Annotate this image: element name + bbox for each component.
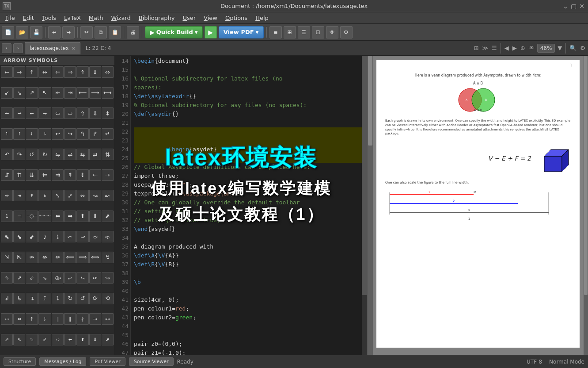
sym-btn[interactable]: ⬀ bbox=[1, 334, 13, 345]
toolbar-icon[interactable]: ⚙ bbox=[579, 44, 586, 52]
tb-extra3[interactable]: ☰ bbox=[298, 26, 310, 38]
sym-btn[interactable]: ↕ bbox=[102, 107, 114, 119]
minimize-btn[interactable]: ⌄ bbox=[563, 3, 568, 10]
tb-extra6[interactable]: ⚙ bbox=[340, 26, 353, 38]
tab-messages[interactable]: Messages / Log bbox=[39, 357, 86, 366]
sym-btn[interactable]: ⬆ bbox=[76, 211, 88, 222]
sym-btn[interactable]: ⊸ bbox=[89, 313, 101, 325]
sym-btn[interactable]: ↯ bbox=[102, 252, 114, 263]
sym-btn[interactable]: ⇏ bbox=[26, 252, 38, 263]
cut-button[interactable]: ✂ bbox=[80, 26, 93, 38]
tb-extra5[interactable]: 👁 bbox=[326, 26, 338, 38]
sym-btn[interactable]: ⇟ bbox=[76, 169, 88, 181]
sym-btn[interactable]: ↟ bbox=[26, 190, 38, 201]
sym-btn[interactable]: ↿ bbox=[1, 128, 13, 140]
sym-btn[interactable]: ⇇ bbox=[38, 169, 52, 181]
sym-btn[interactable]: ⟹ bbox=[76, 252, 88, 263]
sym-btn[interactable]: ⤾ bbox=[64, 272, 76, 284]
sym-btn[interactable]: ⬄ bbox=[52, 334, 64, 345]
undo-button[interactable]: ↩ bbox=[48, 26, 61, 38]
menu-user[interactable]: User bbox=[179, 14, 199, 22]
sym-btn[interactable]: ➡ bbox=[64, 211, 76, 222]
sym-btn[interactable]: ⟳ bbox=[89, 293, 101, 304]
sym-btn[interactable]: ⬅ bbox=[52, 211, 64, 222]
sym-btn[interactable]: ⟲ bbox=[102, 293, 114, 304]
sym-btn[interactable]: ⤻ bbox=[76, 231, 88, 242]
zoom-level[interactable]: 46% bbox=[537, 44, 555, 53]
sym-btn[interactable]: ↶ bbox=[1, 149, 13, 160]
sym-btn[interactable]: ⤴ bbox=[38, 293, 52, 304]
sym-btn[interactable]: ⬃ bbox=[38, 334, 52, 345]
sym-btn[interactable]: ⟴ bbox=[52, 272, 64, 284]
view-icon2[interactable]: ≫ bbox=[482, 44, 489, 52]
sym-btn[interactable]: ~~~ bbox=[38, 211, 52, 222]
sym-btn[interactable]: ⇥ bbox=[64, 87, 76, 99]
menu-math[interactable]: Math bbox=[85, 14, 107, 22]
sym-btn[interactable]: ⇤ bbox=[52, 87, 64, 99]
menu-view[interactable]: View bbox=[200, 14, 221, 22]
sym-btn[interactable]: ↔ bbox=[38, 66, 52, 78]
sym-btn[interactable]: ↪ bbox=[64, 128, 76, 140]
sym-btn[interactable]: ↩ bbox=[52, 128, 64, 140]
sym-btn[interactable]: ↰ bbox=[76, 128, 88, 140]
sym-btn[interactable]: ⬁ bbox=[13, 334, 25, 345]
sym-btn[interactable]: ↷ bbox=[13, 149, 25, 160]
menu-edit[interactable]: Edit bbox=[19, 14, 38, 22]
sym-btn[interactable]: ⇉ bbox=[52, 169, 64, 181]
paste-button[interactable]: 📋 bbox=[109, 26, 121, 38]
sym-btn[interactable]: ↼ bbox=[1, 107, 13, 119]
sym-btn[interactable]: ⟶ bbox=[89, 87, 101, 99]
quickbuild-button[interactable]: ▶ Quick Build ▼ bbox=[145, 26, 203, 38]
sym-btn[interactable]: ⇔ bbox=[102, 66, 114, 78]
file-tab-close[interactable]: ✕ bbox=[72, 46, 76, 51]
sym-btn[interactable]: ⇓ bbox=[89, 66, 101, 78]
sym-btn[interactable]: ⇌ bbox=[64, 149, 76, 160]
redo-button[interactable]: ↪ bbox=[62, 26, 75, 38]
sym-btn[interactable]: ↺ bbox=[26, 149, 38, 160]
sym-btn[interactable]: ⇩ bbox=[89, 107, 101, 119]
sym-btn[interactable]: ↗ bbox=[26, 87, 38, 99]
maximize-btn[interactable]: ▢ bbox=[571, 3, 577, 10]
sym-btn[interactable]: ⇱ bbox=[13, 252, 25, 263]
zoom-out-btn[interactable]: ◀ bbox=[504, 44, 510, 52]
sym-btn[interactable]: ⬈ bbox=[102, 211, 114, 222]
sym-btn[interactable]: ↙ bbox=[1, 87, 13, 99]
file-tab[interactable]: latexusage.tex ✕ bbox=[25, 42, 80, 54]
tab-nav-prev[interactable]: ‹ bbox=[2, 43, 11, 53]
sym-btn[interactable]: ⤡ bbox=[52, 190, 64, 201]
sym-btn[interactable]: 1 bbox=[1, 211, 13, 222]
sym-btn[interactable]: ⤿ bbox=[76, 272, 88, 284]
sym-btn[interactable]: ⇈ bbox=[13, 169, 25, 181]
zoom-in-btn[interactable]: ▶ bbox=[512, 44, 518, 52]
sym-btn[interactable]: ↱ bbox=[89, 128, 101, 140]
sym-btn[interactable]: ↽ bbox=[26, 107, 38, 119]
sym-btn[interactable]: ⇎ bbox=[38, 252, 52, 263]
sym-btn[interactable]: ⬅ bbox=[64, 334, 76, 345]
pdf-scrollbar[interactable] bbox=[584, 56, 588, 355]
sym-btn[interactable]: ↓ bbox=[38, 313, 52, 325]
tab-structure[interactable]: Structure bbox=[4, 357, 36, 366]
sym-btn[interactable]: ↔ bbox=[1, 313, 13, 325]
sym-btn[interactable]: ⇧ bbox=[76, 107, 88, 119]
tb-extra1[interactable]: ≡ bbox=[269, 26, 282, 38]
sym-btn[interactable]: ↞ bbox=[1, 190, 13, 201]
zoom-icon[interactable]: ⊕ bbox=[520, 44, 526, 52]
run-button[interactable]: ▶ bbox=[205, 26, 217, 38]
sym-btn[interactable]: ↑ bbox=[26, 313, 38, 325]
sym-btn[interactable]: ⟸ bbox=[64, 252, 76, 263]
sym-btn[interactable]: ⟷ bbox=[102, 87, 114, 99]
sym-btn[interactable]: ∦ bbox=[76, 313, 88, 325]
sym-btn[interactable]: ⇖ bbox=[1, 272, 13, 284]
sym-btn[interactable]: ⇒ bbox=[64, 66, 76, 78]
sym-btn[interactable]: ⤸ bbox=[38, 231, 52, 242]
tab-nav-next[interactable]: › bbox=[13, 43, 23, 53]
menu-latex[interactable]: LaTeX bbox=[61, 14, 84, 22]
code-content[interactable]: \begin{document} % Optional subdirectory… bbox=[131, 56, 367, 355]
sym-btn[interactable]: ⬊ bbox=[13, 231, 25, 242]
pdf-scrollbar-left[interactable] bbox=[368, 56, 373, 355]
sym-btn[interactable]: ↻ bbox=[64, 293, 76, 304]
sym-btn[interactable]: ⤢ bbox=[64, 190, 76, 201]
sym-btn[interactable]: ↬ bbox=[102, 272, 114, 284]
sym-btn[interactable]: ⤵ bbox=[52, 293, 64, 304]
sym-btn[interactable]: ⬇ bbox=[89, 334, 101, 345]
